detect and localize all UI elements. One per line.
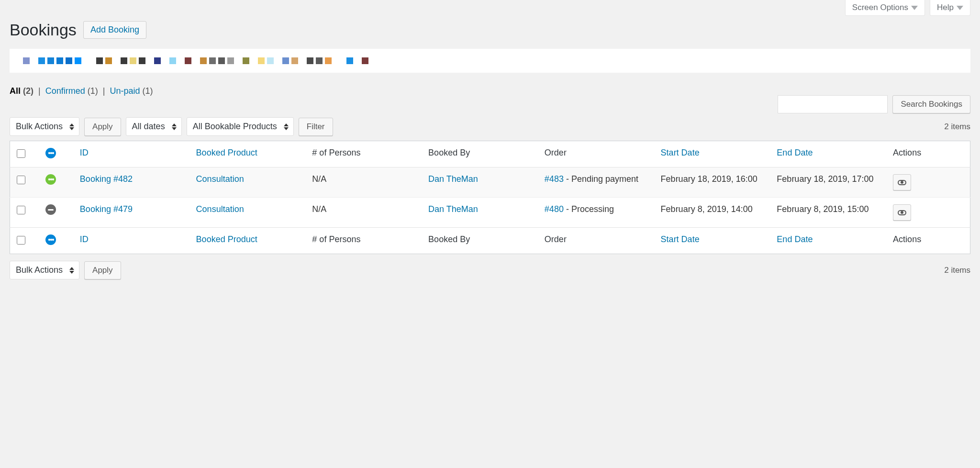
order-cell: #483 - Pending payment (540, 167, 656, 198)
chevron-down-icon (957, 6, 963, 10)
screen-options-button[interactable]: Screen Options (845, 0, 925, 16)
column-end-date[interactable]: End Date (777, 148, 813, 157)
filter-tab-all[interactable]: All (2) (10, 86, 36, 96)
select-arrows-icon (172, 123, 177, 130)
product-link[interactable]: Consultation (196, 174, 244, 184)
status-icon (45, 204, 56, 215)
column-actions: Actions (888, 228, 970, 254)
end-date-cell: February 8, 2019, 15:00 (772, 198, 888, 228)
booking-id-link[interactable]: Booking #479 (80, 204, 133, 214)
product-filter-select[interactable]: All Bookable Products (187, 117, 294, 136)
column-start-date[interactable]: Start Date (661, 148, 700, 157)
view-button[interactable] (893, 174, 911, 190)
select-arrows-icon (69, 267, 74, 274)
column-persons: # of Persons (307, 141, 423, 167)
bulk-actions-select[interactable]: Bulk Actions (10, 117, 79, 136)
column-product[interactable]: Booked Product (196, 234, 257, 244)
start-date-cell: February 8, 2019, 14:00 (656, 198, 772, 228)
page-title: Bookings (10, 21, 77, 39)
eye-icon (898, 180, 906, 185)
column-order: Order (540, 228, 656, 254)
select-arrows-icon (69, 123, 74, 130)
column-booked-by: Booked By (423, 228, 540, 254)
add-booking-button[interactable]: Add Booking (83, 21, 146, 39)
items-count-top: 2 items (944, 122, 970, 132)
select-all-checkbox-footer[interactable] (17, 236, 25, 245)
color-swatch-bar (10, 49, 970, 73)
column-product[interactable]: Booked Product (196, 148, 257, 157)
row-checkbox[interactable] (17, 176, 25, 184)
order-link[interactable]: #480 (545, 204, 564, 214)
chevron-down-icon (911, 6, 918, 10)
help-label: Help (937, 3, 954, 12)
order-link[interactable]: #483 (545, 174, 564, 184)
filter-button[interactable]: Filter (299, 118, 333, 136)
persons-cell: N/A (307, 198, 423, 228)
table-row: •••Booking #482ConsultationN/ADan TheMan… (10, 167, 970, 198)
filter-tab-confirmed[interactable]: Confirmed (45, 86, 88, 96)
booked-by-link[interactable]: Dan TheMan (428, 174, 478, 184)
apply-button-top[interactable]: Apply (84, 118, 121, 136)
select-all-checkbox[interactable] (17, 149, 25, 158)
booked-by-link[interactable]: Dan TheMan (428, 204, 478, 214)
screen-options-label: Screen Options (852, 3, 908, 12)
status-header-icon: ••• (45, 148, 56, 158)
items-count-bottom: 2 items (944, 266, 970, 275)
persons-cell: N/A (307, 167, 423, 198)
column-booked-by: Booked By (423, 141, 540, 167)
column-start-date[interactable]: Start Date (661, 234, 700, 244)
eye-icon (898, 210, 906, 215)
column-order: Order (540, 141, 656, 167)
select-arrows-icon (284, 123, 289, 130)
view-button[interactable] (893, 204, 911, 221)
booking-id-link[interactable]: Booking #482 (80, 174, 133, 184)
row-checkbox[interactable] (17, 206, 25, 214)
order-cell: #480 - Processing (540, 198, 656, 228)
table-row: Booking #479ConsultationN/ADan TheMan#48… (10, 198, 970, 228)
end-date-cell: February 18, 2019, 17:00 (772, 167, 888, 198)
column-actions: Actions (888, 141, 970, 167)
column-persons: # of Persons (307, 228, 423, 254)
help-button[interactable]: Help (930, 0, 970, 16)
column-end-date[interactable]: End Date (777, 234, 813, 244)
apply-button-bottom[interactable]: Apply (84, 261, 121, 279)
status-footer-icon: ••• (45, 234, 56, 245)
bookings-table: ••• ID Booked Product # of Persons Booke… (10, 141, 970, 254)
search-input[interactable] (778, 95, 888, 113)
status-icon: ••• (45, 174, 56, 185)
date-filter-select[interactable]: All dates (126, 117, 182, 136)
search-button[interactable]: Search Bookings (892, 95, 970, 113)
bulk-actions-select-bottom[interactable]: Bulk Actions (10, 261, 79, 279)
start-date-cell: February 18, 2019, 16:00 (656, 167, 772, 198)
status-filter-tabs: All (2) | Confirmed (1) | Un-paid (1) (10, 86, 970, 96)
column-id[interactable]: ID (80, 148, 89, 157)
column-id[interactable]: ID (80, 234, 89, 244)
product-link[interactable]: Consultation (196, 204, 244, 214)
filter-tab-unpaid[interactable]: Un-paid (110, 86, 142, 96)
